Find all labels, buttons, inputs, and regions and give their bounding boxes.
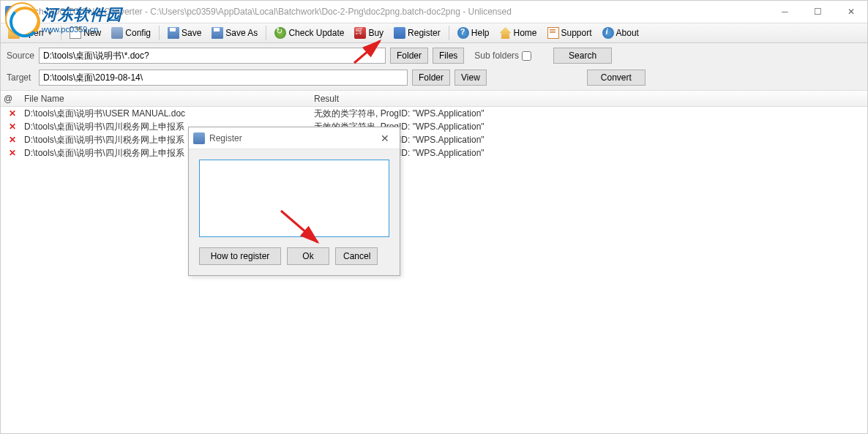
help-button[interactable]: Help xyxy=(453,25,494,41)
separator xyxy=(449,26,449,40)
support-icon xyxy=(547,27,559,39)
save-icon xyxy=(168,27,179,39)
convert-button[interactable]: Convert xyxy=(587,70,646,86)
target-folder-button[interactable]: Folder xyxy=(412,70,450,86)
register-button[interactable]: Register xyxy=(389,25,445,41)
cancel-button[interactable]: Cancel xyxy=(335,247,378,265)
source-folder-button[interactable]: Folder xyxy=(390,48,428,64)
close-button[interactable]: ✕ xyxy=(834,1,867,23)
register-dialog: Register ✕ How to register Ok Cancel xyxy=(188,127,400,276)
separator xyxy=(61,26,61,40)
toolbar: Open▼ New Config Save Save As Check Upda… xyxy=(1,23,867,43)
row-status-icon: ✕ xyxy=(4,135,21,145)
save-button[interactable]: Save xyxy=(163,25,206,41)
refresh-icon xyxy=(274,27,286,39)
col-result[interactable]: Result xyxy=(311,91,864,106)
target-label: Target xyxy=(7,72,34,83)
how-to-register-button[interactable]: How to register xyxy=(199,247,281,265)
target-view-button[interactable]: View xyxy=(454,70,487,86)
maximize-button[interactable]: ☐ xyxy=(801,1,834,23)
dialog-buttons: How to register Ok Cancel xyxy=(199,247,389,265)
separator xyxy=(159,26,160,40)
titlebar: Batch DOC TO PNG Converter - C:\Users\pc… xyxy=(1,1,867,23)
dialog-close-button[interactable]: ✕ xyxy=(370,127,400,149)
app-icon xyxy=(5,6,17,18)
path-panel: Source Folder Files Sub folders Search T… xyxy=(1,43,867,91)
row-status-icon: ✕ xyxy=(4,148,21,158)
row-status-icon: ✕ xyxy=(4,108,21,119)
row-status-icon: ✕ xyxy=(4,121,21,132)
register-key-input[interactable] xyxy=(199,160,389,237)
grid-header: @ File Name Result xyxy=(1,91,867,107)
dialog-titlebar: Register ✕ xyxy=(189,127,400,149)
home-icon xyxy=(499,27,511,39)
dialog-title: Register xyxy=(209,133,370,143)
home-button[interactable]: Home xyxy=(495,25,541,41)
help-icon xyxy=(457,27,469,39)
separator xyxy=(266,26,266,40)
source-row: Source Folder Files Sub folders Search xyxy=(7,48,861,64)
info-icon xyxy=(602,27,614,39)
minimize-button[interactable]: ─ xyxy=(768,1,801,23)
support-button[interactable]: Support xyxy=(543,25,596,41)
row-result: 无效的类字符串, ProgID: "WPS.Application" xyxy=(311,108,864,120)
register-icon xyxy=(394,27,405,39)
new-file-icon xyxy=(70,27,81,39)
table-row[interactable]: ✕D:\tools\桌面\说明书\USER MANUAL.doc无效的类字符串,… xyxy=(1,107,867,120)
dialog-app-icon xyxy=(193,132,205,144)
table-row[interactable]: ✕D:\tools\桌面\说明书\四川税务网上申报系无效的类字符串, ProgI… xyxy=(1,133,867,146)
subfolders-label[interactable]: Sub folders xyxy=(474,50,531,61)
target-row: Target Folder View Convert xyxy=(7,70,861,86)
table-row[interactable]: ✕D:\tools\桌面\说明书\四川税务网上申报系无效的类字符串, ProgI… xyxy=(1,146,867,160)
grid-body: ✕D:\tools\桌面\说明书\USER MANUAL.doc无效的类字符串,… xyxy=(1,107,867,414)
chevron-down-icon: ▼ xyxy=(47,30,53,37)
buy-button[interactable]: Buy xyxy=(350,25,388,41)
config-icon xyxy=(111,27,123,39)
about-button[interactable]: About xyxy=(598,25,643,41)
col-filename[interactable]: File Name xyxy=(21,91,311,106)
saveas-button[interactable]: Save As xyxy=(207,25,262,41)
row-filename: D:\tools\桌面\说明书\USER MANUAL.doc xyxy=(21,108,311,120)
new-button[interactable]: New xyxy=(65,25,105,41)
cart-icon xyxy=(354,27,366,39)
window-controls: ─ ☐ ✕ xyxy=(768,1,867,23)
ok-button[interactable]: Ok xyxy=(287,247,329,265)
table-row[interactable]: ✕D:\tools\桌面\说明书\四川税务网上申报系无效的类字符串, ProgI… xyxy=(1,120,867,133)
open-button[interactable]: Open▼ xyxy=(4,25,57,41)
folder-open-icon xyxy=(8,27,20,39)
subfolders-checkbox[interactable] xyxy=(522,51,531,61)
dialog-body: How to register Ok Cancel xyxy=(189,149,400,275)
target-input[interactable] xyxy=(39,70,408,86)
source-files-button[interactable]: Files xyxy=(433,48,464,64)
saveas-icon xyxy=(212,27,223,39)
check-update-button[interactable]: Check Update xyxy=(270,25,348,41)
window-title: Batch DOC TO PNG Converter - C:\Users\pc… xyxy=(21,7,768,17)
source-label: Source xyxy=(7,50,34,61)
source-input[interactable] xyxy=(39,48,386,64)
col-status[interactable]: @ xyxy=(4,91,21,106)
config-button[interactable]: Config xyxy=(107,25,155,41)
search-button[interactable]: Search xyxy=(553,48,612,64)
